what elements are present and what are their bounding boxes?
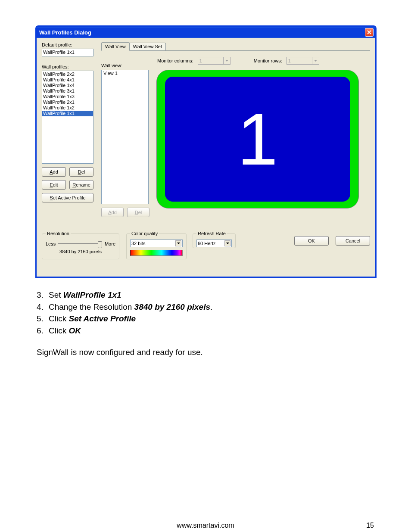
monitor-preview: 1 [156, 70, 359, 208]
cancel-button[interactable]: Cancel [336, 236, 370, 246]
chevron-down-icon [224, 57, 230, 65]
color-quality-select[interactable]: 32 bits [130, 240, 183, 247]
monitor-number: 1 [237, 103, 278, 176]
list-item[interactable]: View 1 [103, 71, 147, 76]
list-item[interactable]: WallProfile 1x4 [42, 83, 93, 88]
footer-url: www.smartavi.com [177, 522, 234, 529]
list-item[interactable]: WallProfile 3x1 [42, 88, 93, 94]
monitor-columns-label: Monitor columns: [157, 58, 193, 63]
close-icon[interactable] [365, 28, 374, 37]
resolution-value: 3840 by 2160 pixels [46, 249, 115, 254]
add-button[interactable]: Add [42, 167, 66, 177]
list-item[interactable]: WallProfile 2x1 [42, 100, 93, 105]
monitor-rows-field [286, 57, 319, 65]
color-quality-group: Color quality 32 bits [126, 231, 187, 259]
tab-wall-view[interactable]: Wall View [101, 42, 130, 51]
view-del-button: Del [127, 208, 149, 217]
step-6: 6.Click OK [37, 325, 381, 336]
slider-more-label: More [105, 241, 115, 246]
del-button[interactable]: Del [69, 167, 93, 177]
monitor-rows-label: Monitor rows: [254, 58, 282, 63]
refresh-rate-select[interactable]: 60 Hertz [196, 240, 232, 247]
default-profile-field[interactable]: WallProfile 1x1 [42, 49, 93, 56]
chevron-down-icon[interactable] [224, 240, 230, 246]
list-item[interactable]: WallProfile 1x1 [42, 111, 93, 116]
slider-less-label: Less [46, 241, 56, 246]
step-4: 4.Change the Resolution 3840 by 2160 pix… [37, 302, 381, 313]
slider-thumb[interactable] [98, 241, 102, 248]
default-profile-label: Default profile: [42, 42, 97, 47]
wall-view-list[interactable]: View 1 [101, 70, 149, 204]
list-item[interactable]: WallProfile 2x2 [42, 72, 93, 77]
final-sentence: SignWall is now configured and ready for… [37, 347, 381, 358]
edit-button[interactable]: Edit [42, 180, 66, 190]
chevron-down-icon [312, 57, 319, 65]
monitor-preview-screen: 1 [165, 77, 350, 202]
view-add-button: Add [101, 208, 124, 217]
wall-profiles-dialog: Wall Profiles Dialog Default profile: Wa… [35, 25, 377, 278]
dialog-title: Wall Profiles Dialog [39, 29, 91, 36]
ok-button[interactable]: OK [294, 236, 329, 246]
step-3: 3.Set WallProfile 1x1 [37, 289, 381, 301]
chevron-down-icon[interactable] [175, 240, 181, 246]
titlebar: Wall Profiles Dialog [37, 27, 375, 38]
wall-view-label: Wall view: [101, 63, 122, 68]
monitor-rows-input [286, 57, 312, 65]
color-quality-legend: Color quality [130, 231, 159, 236]
refresh-rate-legend: Refresh Rate [196, 231, 227, 236]
tab-wall-view-set[interactable]: Wall View Set [129, 43, 166, 50]
wall-profiles-list[interactable]: WallProfile 2x2 WallProfile 4x1 WallProf… [42, 71, 93, 164]
color-quality-value: 32 bits [131, 241, 145, 246]
monitor-columns-input [198, 57, 224, 65]
refresh-rate-group: Refresh Rate 60 Hertz [193, 231, 236, 248]
instructions-text: 3.Set WallProfile 1x1 4.Change the Resol… [37, 289, 381, 358]
color-spectrum-bar [130, 250, 183, 256]
list-item[interactable]: WallProfile 1x3 [42, 94, 93, 100]
list-item[interactable]: WallProfile 4x1 [42, 77, 93, 83]
resolution-group: Resolution Less More 3840 by 2160 pixels [42, 231, 119, 259]
page-number: 15 [366, 522, 374, 529]
resolution-legend: Resolution [46, 231, 71, 236]
step-5: 5.Click Set Active Profile [37, 313, 381, 324]
list-item[interactable]: WallProfile 1x2 [42, 105, 93, 111]
refresh-rate-value: 60 Hertz [198, 241, 216, 246]
tabs: Wall View Wall View Set [101, 42, 370, 51]
monitor-columns-field [198, 57, 230, 65]
set-active-profile-button[interactable]: Set Active Profile [42, 193, 93, 202]
wall-profiles-label: Wall profiles: [42, 64, 97, 69]
rename-button[interactable]: Rename [69, 180, 93, 190]
resolution-slider[interactable] [58, 243, 102, 244]
